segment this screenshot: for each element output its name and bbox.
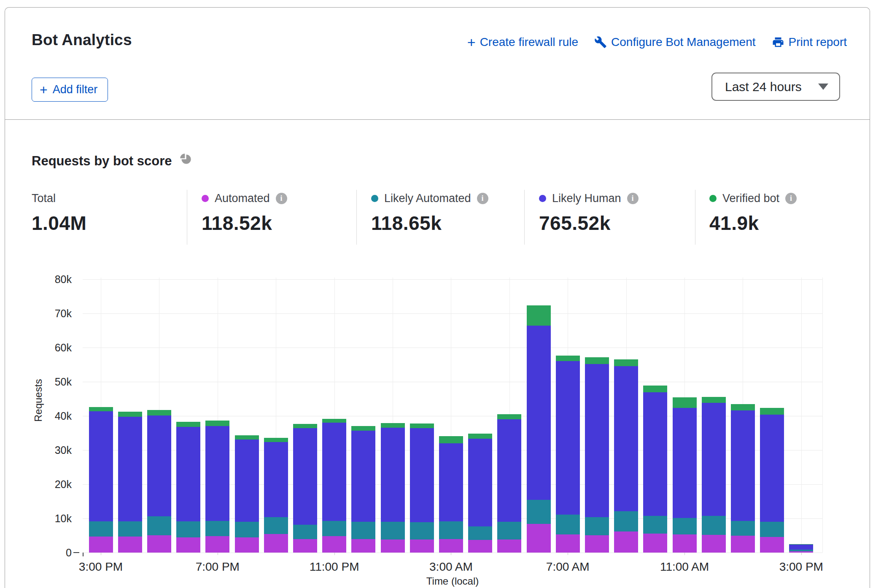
bar-segment [497, 522, 521, 539]
bar-group[interactable] [264, 438, 288, 553]
bar-segment [731, 404, 755, 410]
bar-group[interactable] [147, 410, 171, 553]
y-tick-label: 0 [38, 547, 72, 559]
bar-segment [556, 534, 580, 553]
bar-segment [614, 531, 638, 553]
bar-group[interactable] [89, 407, 113, 553]
bar-group[interactable] [351, 426, 375, 553]
x-tick [101, 553, 101, 555]
bar-segment [410, 423, 434, 428]
x-tick [684, 553, 685, 555]
bar-segment [760, 522, 784, 537]
bar-segment [643, 386, 667, 392]
bar-segment [176, 422, 200, 427]
x-tick [334, 553, 335, 555]
bar-group[interactable] [205, 421, 229, 553]
bar-segment [789, 544, 813, 545]
gridline [83, 313, 822, 314]
bar-segment [439, 539, 463, 553]
gridline [822, 278, 823, 553]
bar-segment [89, 537, 113, 553]
y-axis-title: Requests [32, 379, 44, 422]
bar-segment [614, 511, 638, 531]
bar-segment [585, 364, 609, 517]
bar-group[interactable] [585, 357, 609, 553]
bar-segment [381, 423, 405, 428]
bar-segment [351, 431, 375, 522]
bar-group[interactable] [673, 397, 697, 553]
bar-group[interactable] [176, 422, 200, 553]
bar-segment [789, 545, 813, 550]
bar-segment [556, 515, 580, 534]
x-tick [568, 553, 568, 555]
bar-segment [147, 535, 171, 553]
bar-segment [381, 522, 405, 539]
bar-group[interactable] [468, 434, 492, 553]
bar-group[interactable] [760, 408, 784, 553]
bar-segment [789, 551, 813, 553]
bar-group[interactable] [731, 404, 755, 553]
bar-segment [527, 305, 551, 326]
bar-segment [527, 500, 551, 524]
bar-segment [760, 415, 784, 522]
bar-segment [702, 535, 726, 553]
x-tick-label: 3:00 PM [779, 560, 823, 574]
bar-group[interactable] [439, 436, 463, 553]
bar-group[interactable] [702, 397, 726, 553]
bar-segment [235, 435, 259, 440]
bar-group[interactable] [118, 412, 142, 553]
x-tick-label: 3:00 PM [79, 560, 123, 574]
bar-segment [643, 392, 667, 516]
bar-segment [439, 521, 463, 539]
bar-segment [760, 408, 784, 414]
bar-segment [235, 522, 259, 537]
y-tick-label: 10k [38, 512, 72, 525]
bar-segment [381, 539, 405, 553]
bar-segment [731, 536, 755, 553]
bar-segment [176, 521, 200, 537]
bar-segment [118, 521, 142, 537]
bar-segment [410, 522, 434, 539]
bar-segment [147, 516, 171, 535]
bar-group[interactable] [614, 359, 638, 553]
bar-segment [264, 438, 288, 442]
bar-group[interactable] [293, 424, 317, 553]
bar-group[interactable] [497, 414, 521, 553]
y-tick-label: 30k [38, 444, 72, 456]
bar-group[interactable] [527, 305, 551, 553]
bar-segment [673, 518, 697, 534]
bar-segment [147, 410, 171, 415]
bar-chart: 010k20k30k40k50k60k70k80k3:00 PM7:00 PM1… [0, 0, 873, 588]
bar-segment [527, 326, 551, 500]
bar-segment [702, 403, 726, 516]
bar-segment [614, 366, 638, 511]
bar-segment [205, 521, 229, 536]
bar-group[interactable] [381, 423, 405, 553]
bar-segment [205, 426, 229, 521]
bar-segment [410, 539, 434, 553]
bar-segment [497, 539, 521, 553]
bar-segment [468, 540, 492, 553]
bar-segment [731, 521, 755, 536]
bar-segment [293, 424, 317, 429]
bar-group[interactable] [235, 435, 259, 553]
bar-segment [643, 516, 667, 533]
bar-group[interactable] [410, 423, 434, 553]
bar-segment [293, 428, 317, 525]
x-tick [451, 553, 451, 555]
bar-group[interactable] [643, 386, 667, 553]
bar-group[interactable] [322, 419, 346, 553]
bar-segment [264, 517, 288, 534]
bar-segment [351, 426, 375, 431]
bar-group[interactable] [789, 544, 813, 553]
bar-segment [497, 414, 521, 419]
bar-segment [293, 525, 317, 539]
bar-segment [556, 356, 580, 361]
bar-segment [235, 537, 259, 553]
bar-segment [585, 517, 609, 535]
bar-group[interactable] [556, 356, 580, 553]
x-tick [801, 553, 802, 555]
bar-segment [497, 419, 521, 522]
x-tick [218, 553, 218, 555]
bar-segment [89, 411, 113, 521]
